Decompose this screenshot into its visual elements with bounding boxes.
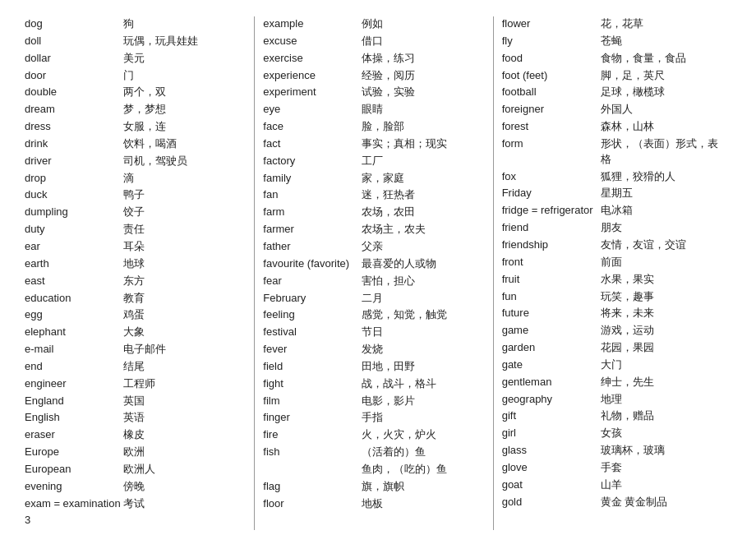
entry-chinese: 饮料，喝酒 bbox=[123, 136, 246, 152]
entry-english: foreigner bbox=[502, 102, 601, 118]
list-item: foreigner外国人 bbox=[502, 102, 723, 118]
entry-chinese: 工厂 bbox=[362, 154, 484, 169]
entry-english: doll bbox=[25, 34, 123, 49]
list-item: ear耳朵 bbox=[25, 239, 246, 255]
entry-chinese: 教育 bbox=[123, 291, 246, 307]
entry-chinese: 鸭子 bbox=[123, 187, 246, 203]
entry-chinese: 玩笑，趣事 bbox=[601, 289, 723, 305]
entry-chinese: 节日 bbox=[362, 325, 484, 340]
entry-english: Friday bbox=[502, 186, 601, 201]
list-item: farm农场，农田 bbox=[263, 205, 484, 220]
column-2: example例如excuse借口exercise体操，练习experience… bbox=[255, 16, 493, 530]
list-item: fire火，火灾，炉火 bbox=[263, 427, 484, 443]
entry-chinese: 前面 bbox=[601, 255, 723, 270]
entry-chinese: 试验，实验 bbox=[362, 85, 484, 100]
list-item: farmer农场主，农夫 bbox=[263, 222, 484, 238]
entry-english: fever bbox=[263, 342, 362, 357]
entry-english: fridge = refrigerator bbox=[502, 203, 601, 219]
list-item: gate大门 bbox=[502, 357, 723, 373]
entry-english: festival bbox=[263, 325, 362, 340]
list-item: fear害怕，担心 bbox=[263, 274, 484, 289]
list-item: glove手套 bbox=[502, 460, 723, 476]
entry-chinese: 女孩 bbox=[601, 426, 723, 441]
entry-chinese: 门 bbox=[123, 68, 246, 84]
list-item: fan迷，狂热者 bbox=[263, 187, 484, 203]
entry-chinese: 黄金 黄金制品 bbox=[601, 495, 723, 510]
list-item: Europe欧洲 bbox=[25, 445, 246, 460]
list-item: form形状，（表面）形式，表格 bbox=[502, 136, 723, 168]
entry-english: glove bbox=[502, 460, 601, 476]
entry-chinese: 鸡蛋 bbox=[123, 307, 246, 323]
entry-english: eraser bbox=[25, 427, 123, 443]
entry-chinese: 司机，驾驶员 bbox=[123, 154, 246, 169]
entry-english: farm bbox=[263, 205, 362, 220]
list-item: February二月 bbox=[263, 291, 484, 307]
entry-chinese: 欧洲 bbox=[123, 445, 246, 460]
list-item: drop滴 bbox=[25, 171, 246, 187]
entry-chinese: 脚，足，英尺 bbox=[601, 68, 723, 84]
list-item: elephant大象 bbox=[25, 325, 246, 340]
entry-english: drink bbox=[25, 136, 123, 152]
entry-chinese: 感觉，知觉，触觉 bbox=[362, 307, 484, 323]
entry-english: gold bbox=[502, 495, 601, 510]
entry-chinese: 田地，田野 bbox=[362, 359, 484, 375]
entry-english: factory bbox=[263, 154, 362, 169]
entry-chinese: （活着的）鱼 bbox=[362, 445, 484, 460]
entry-english: duck bbox=[25, 187, 123, 203]
entry-english: engineer bbox=[25, 376, 123, 392]
entry-english: future bbox=[502, 306, 601, 321]
list-item: friendship友情，友谊，交谊 bbox=[502, 238, 723, 253]
entry-english: example bbox=[263, 16, 362, 32]
list-item: father父亲 bbox=[263, 239, 484, 255]
entry-chinese: 形状，（表面）形式，表格 bbox=[601, 136, 723, 168]
entry-chinese: 山羊 bbox=[601, 477, 723, 493]
entry-chinese: 事实；真相；现实 bbox=[362, 136, 484, 152]
entry-chinese: 责任 bbox=[123, 222, 246, 238]
entry-english: earth bbox=[25, 256, 123, 272]
entry-english: field bbox=[263, 359, 362, 375]
entry-english: gentleman bbox=[502, 375, 601, 390]
list-item: dream梦，梦想 bbox=[25, 102, 246, 118]
entry-chinese: 父亲 bbox=[362, 239, 484, 255]
list-item: fact事实；真相；现实 bbox=[263, 136, 484, 152]
entry-chinese: 电子邮件 bbox=[123, 342, 246, 357]
list-item: floor地板 bbox=[263, 496, 484, 512]
entry-chinese: 地理 bbox=[601, 392, 723, 408]
entry-chinese: 农场，农田 bbox=[362, 205, 484, 220]
entry-english: front bbox=[502, 255, 601, 270]
list-item: fruit水果，果实 bbox=[502, 272, 723, 288]
list-item: duty责任 bbox=[25, 222, 246, 238]
entry-chinese: 旗，旗帜 bbox=[362, 479, 484, 495]
entry-english: European bbox=[25, 462, 123, 477]
entry-english: family bbox=[263, 171, 362, 187]
entry-english: dream bbox=[25, 102, 123, 118]
entry-chinese: 足球，橄榄球 bbox=[601, 85, 723, 100]
entry-chinese: 英国 bbox=[123, 394, 246, 409]
entry-chinese: 水果，果实 bbox=[601, 272, 723, 288]
entry-english: father bbox=[263, 239, 362, 255]
list-item: football足球，橄榄球 bbox=[502, 85, 723, 100]
entry-chinese: 体操，练习 bbox=[362, 51, 484, 67]
list-item: family家，家庭 bbox=[263, 171, 484, 187]
entry-chinese: 火，火灾，炉火 bbox=[362, 427, 484, 443]
entry-chinese: 大门 bbox=[601, 357, 723, 373]
list-item: gift礼物，赠品 bbox=[502, 408, 723, 424]
entry-chinese: 例如 bbox=[362, 16, 484, 32]
entry-chinese: 电影，影片 bbox=[362, 394, 484, 409]
entry-chinese: 大象 bbox=[123, 325, 246, 340]
list-item: education教育 bbox=[25, 291, 246, 307]
entry-english: gate bbox=[502, 357, 601, 373]
list-item: exercise体操，练习 bbox=[263, 51, 484, 67]
list-item: evening傍晚 bbox=[25, 479, 246, 495]
entry-chinese: 家，家庭 bbox=[362, 171, 484, 187]
entry-english: e-mail bbox=[25, 342, 123, 357]
list-item: eye眼睛 bbox=[263, 102, 484, 118]
entry-english: gift bbox=[502, 408, 601, 424]
list-item: excuse借口 bbox=[263, 34, 484, 49]
entry-english: fear bbox=[263, 274, 362, 289]
entry-chinese: 害怕，担心 bbox=[362, 274, 484, 289]
entry-english: forest bbox=[502, 119, 601, 135]
entry-english: duty bbox=[25, 222, 123, 238]
entry-chinese: 耳朵 bbox=[123, 239, 246, 255]
entry-chinese: 外国人 bbox=[601, 102, 723, 118]
